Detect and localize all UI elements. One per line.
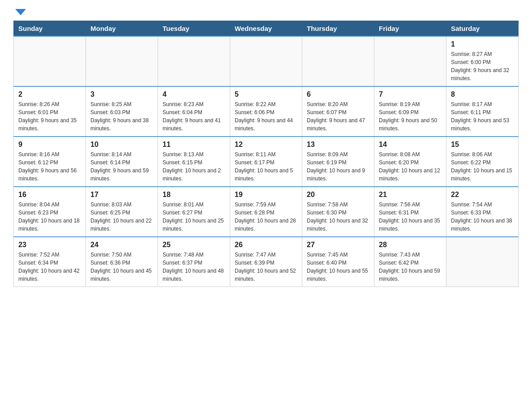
day-number: 20 <box>307 191 369 199</box>
day-info: Sunrise: 8:25 AM Sunset: 6:03 PM Dayligh… <box>90 100 153 133</box>
calendar-cell: 28Sunrise: 7:43 AM Sunset: 6:42 PM Dayli… <box>374 237 446 287</box>
day-info: Sunrise: 8:23 AM Sunset: 6:04 PM Dayligh… <box>163 100 225 133</box>
logo-triangle-icon <box>15 9 26 15</box>
calendar-cell: 1Sunrise: 8:27 AM Sunset: 6:00 PM Daylig… <box>446 36 519 86</box>
day-info: Sunrise: 8:20 AM Sunset: 6:07 PM Dayligh… <box>307 100 369 133</box>
day-number: 7 <box>379 90 442 98</box>
day-info: Sunrise: 8:06 AM Sunset: 6:22 PM Dayligh… <box>451 150 514 183</box>
day-number: 4 <box>163 90 225 98</box>
day-number: 23 <box>18 241 81 249</box>
day-number: 25 <box>163 241 225 249</box>
calendar-cell: 10Sunrise: 8:14 AM Sunset: 6:14 PM Dayli… <box>86 137 158 187</box>
page-header <box>13 9 519 16</box>
day-number: 2 <box>18 90 81 98</box>
day-number: 9 <box>18 141 81 149</box>
calendar-table: SundayMondayTuesdayWednesdayThursdayFrid… <box>13 21 519 287</box>
day-number: 8 <box>451 90 514 98</box>
day-info: Sunrise: 7:50 AM Sunset: 6:36 PM Dayligh… <box>90 251 153 283</box>
day-info: Sunrise: 8:01 AM Sunset: 6:27 PM Dayligh… <box>163 201 225 233</box>
day-number: 11 <box>163 141 225 149</box>
calendar-cell: 19Sunrise: 7:59 AM Sunset: 6:28 PM Dayli… <box>230 187 302 237</box>
calendar-cell <box>230 36 302 86</box>
col-header-sunday: Sunday <box>14 21 86 37</box>
day-number: 22 <box>451 191 514 199</box>
day-number: 16 <box>18 191 81 199</box>
calendar-cell: 22Sunrise: 7:54 AM Sunset: 6:33 PM Dayli… <box>446 187 519 237</box>
calendar-cell <box>446 237 519 287</box>
calendar-cell: 24Sunrise: 7:50 AM Sunset: 6:36 PM Dayli… <box>86 237 158 287</box>
day-info: Sunrise: 7:43 AM Sunset: 6:42 PM Dayligh… <box>379 251 442 283</box>
day-info: Sunrise: 8:09 AM Sunset: 6:19 PM Dayligh… <box>307 150 369 183</box>
calendar-week-row: 1Sunrise: 8:27 AM Sunset: 6:00 PM Daylig… <box>14 36 519 86</box>
day-number: 21 <box>379 191 442 199</box>
day-info: Sunrise: 8:17 AM Sunset: 6:11 PM Dayligh… <box>451 100 514 133</box>
day-info: Sunrise: 8:03 AM Sunset: 6:25 PM Dayligh… <box>90 201 153 233</box>
day-number: 18 <box>163 191 225 199</box>
day-info: Sunrise: 8:19 AM Sunset: 6:09 PM Dayligh… <box>379 100 442 133</box>
calendar-week-row: 23Sunrise: 7:52 AM Sunset: 6:34 PM Dayli… <box>14 237 519 287</box>
calendar-cell: 5Sunrise: 8:22 AM Sunset: 6:06 PM Daylig… <box>230 86 302 137</box>
calendar-cell: 14Sunrise: 8:08 AM Sunset: 6:20 PM Dayli… <box>374 137 446 187</box>
day-number: 3 <box>90 90 153 98</box>
day-number: 14 <box>379 141 442 149</box>
day-number: 5 <box>235 90 297 98</box>
day-info: Sunrise: 8:08 AM Sunset: 6:20 PM Dayligh… <box>379 150 442 183</box>
calendar-cell: 25Sunrise: 7:48 AM Sunset: 6:37 PM Dayli… <box>158 237 230 287</box>
day-number: 24 <box>90 241 153 249</box>
calendar-cell: 23Sunrise: 7:52 AM Sunset: 6:34 PM Dayli… <box>14 237 86 287</box>
day-info: Sunrise: 8:16 AM Sunset: 6:12 PM Dayligh… <box>18 150 81 183</box>
calendar-cell <box>158 36 230 86</box>
logo-blue-text <box>13 9 26 16</box>
col-header-wednesday: Wednesday <box>230 21 302 37</box>
day-info: Sunrise: 7:48 AM Sunset: 6:37 PM Dayligh… <box>163 251 225 283</box>
calendar-cell: 17Sunrise: 8:03 AM Sunset: 6:25 PM Dayli… <box>86 187 158 237</box>
calendar-cell: 12Sunrise: 8:11 AM Sunset: 6:17 PM Dayli… <box>230 137 302 187</box>
day-info: Sunrise: 7:58 AM Sunset: 6:30 PM Dayligh… <box>307 201 369 233</box>
calendar-cell <box>14 36 86 86</box>
calendar-cell: 2Sunrise: 8:26 AM Sunset: 6:01 PM Daylig… <box>14 86 86 137</box>
calendar-cell <box>302 36 374 86</box>
calendar-cell: 26Sunrise: 7:47 AM Sunset: 6:39 PM Dayli… <box>230 237 302 287</box>
col-header-monday: Monday <box>86 21 158 37</box>
day-info: Sunrise: 7:45 AM Sunset: 6:40 PM Dayligh… <box>307 251 369 283</box>
day-info: Sunrise: 7:56 AM Sunset: 6:31 PM Dayligh… <box>379 201 442 233</box>
day-number: 6 <box>307 90 369 98</box>
calendar-cell: 18Sunrise: 8:01 AM Sunset: 6:27 PM Dayli… <box>158 187 230 237</box>
calendar-cell: 3Sunrise: 8:25 AM Sunset: 6:03 PM Daylig… <box>86 86 158 137</box>
calendar-cell: 21Sunrise: 7:56 AM Sunset: 6:31 PM Dayli… <box>374 187 446 237</box>
calendar-cell: 6Sunrise: 8:20 AM Sunset: 6:07 PM Daylig… <box>302 86 374 137</box>
day-info: Sunrise: 8:04 AM Sunset: 6:23 PM Dayligh… <box>18 201 81 233</box>
day-number: 26 <box>235 241 297 249</box>
day-info: Sunrise: 7:54 AM Sunset: 6:33 PM Dayligh… <box>451 201 514 233</box>
calendar-cell: 16Sunrise: 8:04 AM Sunset: 6:23 PM Dayli… <box>14 187 86 237</box>
day-info: Sunrise: 8:27 AM Sunset: 6:00 PM Dayligh… <box>451 50 514 82</box>
day-info: Sunrise: 8:11 AM Sunset: 6:17 PM Dayligh… <box>235 150 297 183</box>
day-number: 19 <box>235 191 297 199</box>
day-info: Sunrise: 8:14 AM Sunset: 6:14 PM Dayligh… <box>90 150 153 183</box>
calendar-header-row: SundayMondayTuesdayWednesdayThursdayFrid… <box>14 21 519 37</box>
day-number: 13 <box>307 141 369 149</box>
day-info: Sunrise: 8:26 AM Sunset: 6:01 PM Dayligh… <box>18 100 81 133</box>
calendar-cell: 27Sunrise: 7:45 AM Sunset: 6:40 PM Dayli… <box>302 237 374 287</box>
calendar-cell: 8Sunrise: 8:17 AM Sunset: 6:11 PM Daylig… <box>446 86 519 137</box>
calendar-cell: 15Sunrise: 8:06 AM Sunset: 6:22 PM Dayli… <box>446 137 519 187</box>
calendar-cell: 4Sunrise: 8:23 AM Sunset: 6:04 PM Daylig… <box>158 86 230 137</box>
day-info: Sunrise: 7:52 AM Sunset: 6:34 PM Dayligh… <box>18 251 81 283</box>
day-info: Sunrise: 8:13 AM Sunset: 6:15 PM Dayligh… <box>163 150 225 183</box>
calendar-cell: 13Sunrise: 8:09 AM Sunset: 6:19 PM Dayli… <box>302 137 374 187</box>
calendar-cell: 11Sunrise: 8:13 AM Sunset: 6:15 PM Dayli… <box>158 137 230 187</box>
logo <box>13 9 26 16</box>
calendar-week-row: 2Sunrise: 8:26 AM Sunset: 6:01 PM Daylig… <box>14 86 519 137</box>
day-number: 28 <box>379 241 442 249</box>
calendar-cell: 7Sunrise: 8:19 AM Sunset: 6:09 PM Daylig… <box>374 86 446 137</box>
calendar-week-row: 9Sunrise: 8:16 AM Sunset: 6:12 PM Daylig… <box>14 137 519 187</box>
col-header-saturday: Saturday <box>446 21 519 37</box>
col-header-friday: Friday <box>374 21 446 37</box>
calendar-cell <box>86 36 158 86</box>
col-header-tuesday: Tuesday <box>158 21 230 37</box>
col-header-thursday: Thursday <box>302 21 374 37</box>
day-number: 12 <box>235 141 297 149</box>
day-number: 10 <box>90 141 153 149</box>
day-number: 15 <box>451 141 514 149</box>
calendar-cell: 20Sunrise: 7:58 AM Sunset: 6:30 PM Dayli… <box>302 187 374 237</box>
